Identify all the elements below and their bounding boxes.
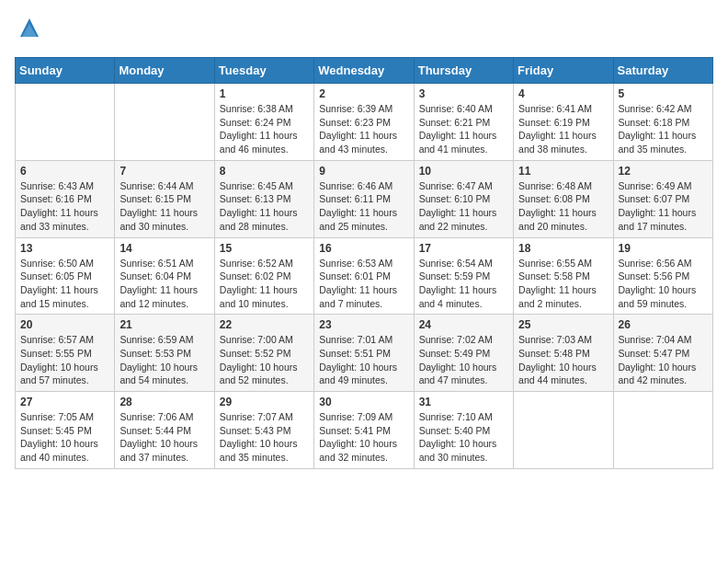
day-number: 4: [518, 87, 608, 100]
day-info: Sunrise: 6:59 AMSunset: 5:53 PMDaylight:…: [119, 333, 209, 387]
calendar-cell: 2Sunrise: 6:39 AMSunset: 6:23 PMDaylight…: [314, 84, 414, 161]
header-day-friday: Friday: [514, 58, 613, 84]
day-info: Sunrise: 6:41 AMSunset: 6:19 PMDaylight:…: [518, 102, 608, 156]
header-day-monday: Monday: [115, 58, 214, 84]
calendar-week-row: 13Sunrise: 6:50 AMSunset: 6:05 PMDayligh…: [16, 237, 713, 315]
day-number: 3: [419, 87, 508, 100]
day-number: 23: [319, 318, 408, 331]
calendar-cell: 31Sunrise: 7:10 AMSunset: 5:40 PMDayligh…: [414, 392, 513, 469]
calendar-cell: 9Sunrise: 6:46 AMSunset: 6:11 PMDaylight…: [314, 160, 414, 237]
day-info: Sunrise: 6:43 AMSunset: 6:16 PMDaylight:…: [20, 179, 109, 234]
day-number: 14: [119, 242, 209, 255]
day-info: Sunrise: 7:09 AMSunset: 5:41 PMDaylight:…: [319, 410, 408, 465]
calendar-cell: 18Sunrise: 6:55 AMSunset: 5:58 PMDayligh…: [514, 237, 613, 315]
calendar-cell: 15Sunrise: 6:52 AMSunset: 6:02 PMDayligh…: [214, 237, 313, 315]
day-number: 17: [419, 242, 508, 255]
day-info: Sunrise: 7:06 AMSunset: 5:44 PMDaylight:…: [119, 410, 209, 465]
day-info: Sunrise: 7:03 AMSunset: 5:48 PMDaylight:…: [518, 333, 608, 387]
day-number: 26: [619, 318, 708, 331]
day-number: 22: [220, 318, 309, 331]
calendar-cell: 19Sunrise: 6:56 AMSunset: 5:56 PMDayligh…: [613, 237, 712, 315]
calendar-cell: 5Sunrise: 6:42 AMSunset: 6:18 PMDaylight…: [613, 84, 712, 161]
calendar-cell: 8Sunrise: 6:45 AMSunset: 6:13 PMDaylight…: [214, 160, 313, 237]
calendar-cell: [16, 84, 115, 161]
day-info: Sunrise: 7:01 AMSunset: 5:51 PMDaylight:…: [319, 333, 408, 387]
calendar-cell: 14Sunrise: 6:51 AMSunset: 6:04 PMDayligh…: [115, 237, 214, 315]
day-number: 13: [20, 242, 109, 255]
day-info: Sunrise: 6:54 AMSunset: 5:59 PMDaylight:…: [419, 257, 508, 311]
day-number: 2: [319, 87, 408, 100]
calendar-cell: 25Sunrise: 7:03 AMSunset: 5:48 PMDayligh…: [514, 315, 613, 392]
calendar-cell: 10Sunrise: 6:47 AMSunset: 6:10 PMDayligh…: [414, 160, 513, 237]
day-number: 8: [220, 165, 309, 178]
day-info: Sunrise: 6:56 AMSunset: 5:56 PMDaylight:…: [619, 257, 708, 311]
day-number: 16: [319, 242, 408, 255]
day-number: 24: [419, 318, 508, 331]
day-number: 15: [220, 242, 309, 255]
page-header: [15, 15, 713, 46]
day-info: Sunrise: 6:57 AMSunset: 5:55 PMDaylight:…: [20, 333, 109, 387]
day-number: 30: [319, 396, 408, 408]
day-number: 10: [419, 165, 508, 178]
day-number: 6: [20, 165, 109, 178]
day-info: Sunrise: 6:45 AMSunset: 6:13 PMDaylight:…: [220, 179, 309, 234]
day-number: 12: [619, 165, 708, 178]
header-day-thursday: Thursday: [414, 58, 513, 84]
header-day-wednesday: Wednesday: [314, 58, 414, 84]
day-info: Sunrise: 6:55 AMSunset: 5:58 PMDaylight:…: [518, 257, 608, 311]
calendar-table: SundayMondayTuesdayWednesdayThursdayFrid…: [15, 57, 713, 469]
day-number: 19: [619, 242, 708, 255]
calendar-cell: 13Sunrise: 6:50 AMSunset: 6:05 PMDayligh…: [16, 237, 115, 315]
day-number: 25: [518, 318, 608, 331]
calendar-cell: [115, 84, 214, 161]
calendar-cell: 1Sunrise: 6:38 AMSunset: 6:24 PMDaylight…: [214, 84, 313, 161]
calendar-cell: [613, 392, 712, 469]
day-info: Sunrise: 6:46 AMSunset: 6:11 PMDaylight:…: [319, 179, 408, 234]
calendar-cell: 22Sunrise: 7:00 AMSunset: 5:52 PMDayligh…: [214, 315, 313, 392]
day-number: 28: [119, 396, 209, 408]
calendar-cell: 29Sunrise: 7:07 AMSunset: 5:43 PMDayligh…: [214, 392, 313, 469]
day-number: 7: [119, 165, 209, 178]
day-info: Sunrise: 6:51 AMSunset: 6:04 PMDaylight:…: [119, 257, 209, 311]
calendar-week-row: 27Sunrise: 7:05 AMSunset: 5:45 PMDayligh…: [16, 392, 713, 469]
calendar-cell: 16Sunrise: 6:53 AMSunset: 6:01 PMDayligh…: [314, 237, 414, 315]
day-info: Sunrise: 7:07 AMSunset: 5:43 PMDaylight:…: [220, 410, 309, 465]
calendar-cell: 30Sunrise: 7:09 AMSunset: 5:41 PMDayligh…: [314, 392, 414, 469]
calendar-cell: 23Sunrise: 7:01 AMSunset: 5:51 PMDayligh…: [314, 315, 414, 392]
calendar-cell: 21Sunrise: 6:59 AMSunset: 5:53 PMDayligh…: [115, 315, 214, 392]
calendar-week-row: 20Sunrise: 6:57 AMSunset: 5:55 PMDayligh…: [16, 315, 713, 392]
day-number: 29: [220, 396, 309, 408]
calendar-week-row: 6Sunrise: 6:43 AMSunset: 6:16 PMDaylight…: [16, 160, 713, 237]
day-info: Sunrise: 7:04 AMSunset: 5:47 PMDaylight:…: [619, 333, 708, 387]
day-number: 20: [20, 318, 109, 331]
day-number: 27: [20, 396, 109, 408]
header-day-saturday: Saturday: [613, 58, 712, 84]
day-info: Sunrise: 7:00 AMSunset: 5:52 PMDaylight:…: [220, 333, 309, 387]
logo-icon: [17, 15, 42, 40]
calendar-cell: 20Sunrise: 6:57 AMSunset: 5:55 PMDayligh…: [16, 315, 115, 392]
day-number: 11: [518, 165, 608, 178]
calendar-cell: [514, 392, 613, 469]
day-info: Sunrise: 6:49 AMSunset: 6:07 PMDaylight:…: [619, 179, 708, 234]
day-info: Sunrise: 6:52 AMSunset: 6:02 PMDaylight:…: [220, 257, 309, 311]
logo-text: [15, 15, 42, 46]
day-info: Sunrise: 7:02 AMSunset: 5:49 PMDaylight:…: [419, 333, 508, 387]
day-info: Sunrise: 6:50 AMSunset: 6:05 PMDaylight:…: [20, 257, 109, 311]
day-info: Sunrise: 6:39 AMSunset: 6:23 PMDaylight:…: [319, 102, 408, 156]
day-number: 9: [319, 165, 408, 178]
calendar-cell: 4Sunrise: 6:41 AMSunset: 6:19 PMDaylight…: [514, 84, 613, 161]
day-number: 18: [518, 242, 608, 255]
day-info: Sunrise: 6:42 AMSunset: 6:18 PMDaylight:…: [619, 102, 708, 156]
day-number: 21: [119, 318, 209, 331]
calendar-cell: 26Sunrise: 7:04 AMSunset: 5:47 PMDayligh…: [613, 315, 712, 392]
day-info: Sunrise: 7:10 AMSunset: 5:40 PMDaylight:…: [419, 410, 508, 465]
day-info: Sunrise: 6:53 AMSunset: 6:01 PMDaylight:…: [319, 257, 408, 311]
calendar-header-row: SundayMondayTuesdayWednesdayThursdayFrid…: [16, 58, 713, 84]
header-day-tuesday: Tuesday: [214, 58, 313, 84]
logo: [15, 15, 42, 46]
calendar-cell: 17Sunrise: 6:54 AMSunset: 5:59 PMDayligh…: [414, 237, 513, 315]
calendar-cell: 6Sunrise: 6:43 AMSunset: 6:16 PMDaylight…: [16, 160, 115, 237]
day-number: 1: [220, 87, 309, 100]
calendar-cell: 27Sunrise: 7:05 AMSunset: 5:45 PMDayligh…: [16, 392, 115, 469]
day-info: Sunrise: 6:47 AMSunset: 6:10 PMDaylight:…: [419, 179, 508, 234]
